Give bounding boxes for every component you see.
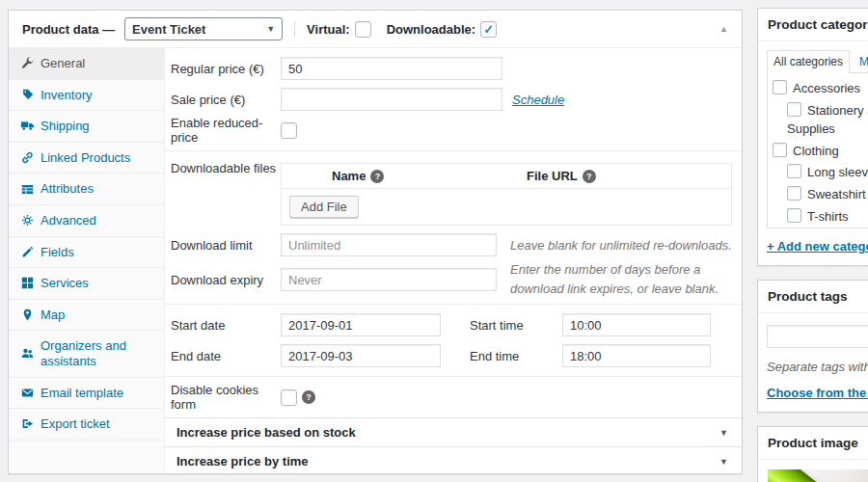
tab-label: Services (41, 276, 89, 291)
start-time-input[interactable] (562, 313, 711, 336)
disable-cookies-checkbox[interactable] (281, 389, 297, 406)
tab-shipping[interactable]: Shipping (9, 111, 164, 143)
product-tags-input[interactable] (767, 325, 868, 348)
add-file-button[interactable]: Add File (289, 196, 359, 218)
chevron-down-icon (266, 24, 275, 34)
sale-price-label: Sale price (€) (171, 93, 281, 107)
tab-label: Map (41, 308, 65, 323)
tab-label: Shipping (41, 119, 90, 134)
tab-label: General (41, 56, 85, 71)
tab-organizers[interactable]: Organizers and assistants (9, 331, 164, 377)
chevron-down-icon (719, 457, 728, 467)
tab-label: Organizers and assistants (41, 338, 158, 368)
wrench-icon (20, 57, 34, 69)
schedule-link[interactable]: Schedule (512, 93, 564, 107)
tab-inventory[interactable]: Inventory (9, 80, 164, 112)
people-icon (20, 347, 34, 360)
tab-label: Export ticket (41, 416, 110, 432)
enable-reduced-price-label: Enable reduced-price (171, 116, 281, 145)
category-checklist: Accessories Stationery and Supplies Clot… (767, 72, 868, 228)
envelope-icon (20, 387, 34, 399)
download-expiry-label: Download expiry (171, 273, 281, 287)
help-icon[interactable] (370, 170, 384, 183)
category-label: Clothing (793, 144, 839, 158)
end-date-input[interactable] (281, 344, 441, 367)
category-label: Accessories (793, 81, 860, 95)
panel-title: Product data — (22, 22, 115, 37)
downloadable-checkbox[interactable] (480, 21, 497, 38)
header-divider (294, 21, 295, 37)
category-label: Sweatshirt (807, 187, 866, 201)
accordion-increase-price-stock[interactable]: Increase price based on stock (165, 417, 742, 446)
highlighter-pen-image (768, 469, 868, 482)
product-tags-box: Product tags Separate tags with commas C… (757, 280, 868, 413)
categories-box-title: Product categories (758, 9, 868, 41)
export-icon (20, 417, 34, 430)
virtual-checkbox[interactable] (355, 21, 371, 38)
truck-icon (20, 120, 34, 132)
tab-fields[interactable]: Fields (9, 237, 164, 269)
product-categories-box: Product categories All categoriesMost Us… (757, 8, 868, 266)
download-expiry-input[interactable] (281, 268, 497, 291)
add-new-category-link[interactable]: + Add new category (767, 239, 868, 254)
tags-description: Separate tags with commas (767, 360, 868, 374)
download-limit-input[interactable] (281, 233, 497, 256)
tab-label: Advanced (41, 213, 96, 228)
tab-attributes[interactable]: Attributes (9, 174, 164, 205)
end-time-input[interactable] (562, 344, 711, 367)
virtual-label: Virtual: (307, 22, 350, 37)
help-icon[interactable] (583, 170, 596, 183)
sale-price-input[interactable] (281, 88, 502, 111)
accordion-label: Increase price by time (176, 454, 309, 469)
end-date-label: End date (171, 349, 281, 363)
category-item: Accessories (773, 80, 868, 98)
tab-linked-products[interactable]: Linked Products (9, 143, 164, 174)
category-item: T-shirts (773, 208, 868, 227)
tag-icon (20, 89, 34, 101)
product-image-thumbnail[interactable] (768, 469, 868, 482)
general-tab-content: Regular price (€) Sale price (€) Schedul… (165, 48, 742, 473)
product-data-tabs: General Inventory Shipping Linked Produc… (9, 48, 165, 473)
start-date-input[interactable] (281, 313, 441, 336)
accordion-increase-price-time[interactable]: Increase price by time (165, 446, 742, 473)
grid-icon (20, 277, 34, 289)
choose-most-used-link[interactable]: Choose from the most used tags (767, 386, 868, 400)
tab-services[interactable]: Services (9, 268, 164, 300)
tab-map[interactable]: Map (9, 300, 164, 332)
tab-all-categories[interactable]: All categories (767, 50, 850, 73)
table-icon (20, 183, 34, 196)
category-checkbox[interactable] (773, 143, 787, 157)
tab-label: Email template (41, 386, 123, 401)
end-time-label: End time (470, 349, 562, 363)
tab-label: Attributes (41, 181, 94, 197)
collapse-panel-icon[interactable] (719, 24, 742, 34)
tab-most-used[interactable]: Most Used (854, 51, 868, 72)
tab-export-ticket[interactable]: Export ticket (9, 409, 164, 441)
tab-advanced[interactable]: Advanced (9, 205, 164, 237)
product-type-select[interactable]: Event Ticket (124, 17, 283, 40)
enable-reduced-price-checkbox[interactable] (281, 122, 297, 139)
accordion-label: Increase price based on stock (176, 425, 356, 440)
category-item: Long sleeve (773, 164, 868, 182)
category-checkbox[interactable] (787, 102, 801, 117)
download-limit-label: Download limit (171, 238, 281, 253)
gear-icon (20, 214, 34, 227)
category-checkbox[interactable] (773, 80, 787, 94)
product-image-box: Product image (757, 426, 868, 482)
files-col-name: Name (332, 169, 366, 183)
downloadable-files-table: Name File URL Add File (281, 163, 732, 226)
category-checkbox[interactable] (787, 164, 801, 178)
downloadable-label: Downloadable: (387, 22, 475, 37)
category-label: T-shirts (807, 209, 849, 224)
product-type-value: Event Ticket (132, 22, 205, 37)
tab-label: Inventory (41, 88, 92, 103)
right-sidebar: Product categories All categoriesMost Us… (757, 8, 868, 482)
category-checkbox[interactable] (787, 186, 801, 201)
help-icon[interactable] (302, 390, 315, 404)
downloadable-files-label: Downloadable files (171, 161, 281, 175)
tab-general[interactable]: General (9, 48, 164, 80)
regular-price-input[interactable] (281, 57, 502, 80)
image-box-title: Product image (758, 427, 868, 460)
tab-email-template[interactable]: Email template (9, 378, 164, 410)
category-checkbox[interactable] (787, 208, 801, 223)
